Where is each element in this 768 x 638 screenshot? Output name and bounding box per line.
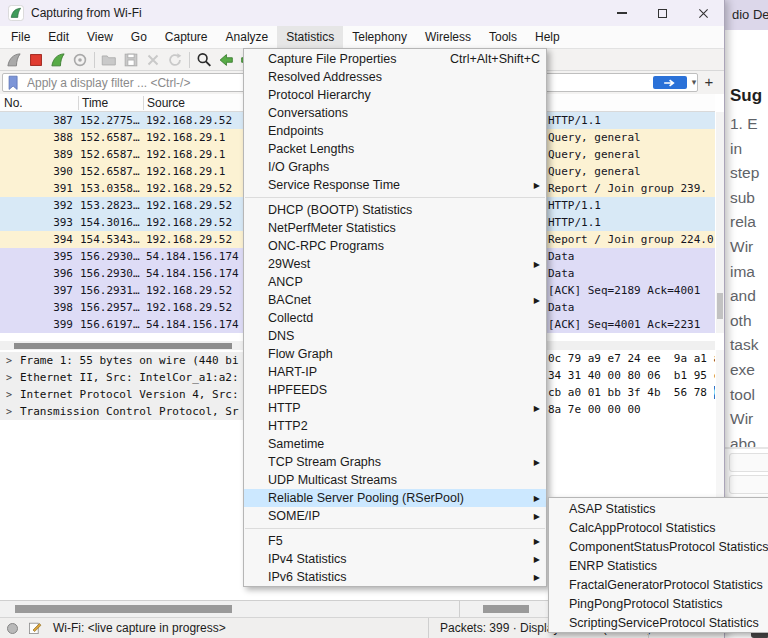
hex-selected-byte[interactable]: 0	[714, 386, 715, 399]
menu-item-ancp[interactable]: ANCP	[244, 273, 546, 291]
scrollbar-thumb[interactable]	[717, 293, 723, 319]
hex-bytes: 34 31 40 00 80 06 b1 95 c	[548, 369, 715, 382]
menubar-item-go[interactable]: Go	[122, 26, 156, 48]
menu-item-collectd[interactable]: Collectd	[244, 309, 546, 327]
packet-info: Report / Join group 239.	[548, 180, 707, 197]
column-header-time[interactable]: Time	[82, 94, 108, 112]
menubar-item-help[interactable]: Help	[526, 26, 569, 48]
hex-line[interactable]: 0c 79 a9 e7 24 ee 9a a1 a	[548, 350, 715, 367]
background-body-text: 1. EinstepsubrelaWirimaandothtaskexetool…	[730, 112, 759, 456]
menu-item-i-o-graphs[interactable]: I/O Graphs	[244, 158, 546, 176]
menu-item-protocol-hierarchy[interactable]: Protocol Hierarchy	[244, 86, 546, 104]
scrollbar-thumb[interactable]	[14, 343, 232, 349]
menubar-item-analyze[interactable]: Analyze	[217, 26, 278, 48]
hex-line[interactable]: 34 31 40 00 80 06 b1 95 c	[548, 367, 715, 384]
menubar-item-view[interactable]: View	[78, 26, 122, 48]
expander-icon[interactable]: >	[6, 386, 12, 403]
stop-capture-icon[interactable]	[25, 50, 47, 70]
restart-capture-icon[interactable]	[47, 50, 69, 70]
menu-separator	[245, 197, 545, 198]
menubar-item-telephony[interactable]: Telephony	[343, 26, 416, 48]
close-file-icon[interactable]	[142, 50, 164, 70]
close-icon[interactable]	[683, 0, 724, 26]
submenu-item-enrp-statistics[interactable]: ENRP Statistics	[549, 556, 768, 575]
expander-icon[interactable]: >	[6, 369, 12, 386]
menubar-item-edit[interactable]: Edit	[39, 26, 78, 48]
menu-item-service-response-time[interactable]: Service Response Time▶	[244, 176, 546, 194]
capture-options-icon[interactable]	[69, 50, 91, 70]
menu-item-http2[interactable]: HTTP2	[244, 417, 546, 435]
hex-hscroll-thumb[interactable]	[483, 605, 529, 613]
background-list-row	[729, 475, 768, 494]
menu-item-bacnet[interactable]: BACnet▶	[244, 291, 546, 309]
find-packet-icon[interactable]	[193, 50, 215, 70]
menu-item-dns[interactable]: DNS	[244, 327, 546, 345]
submenu-item-asap-statistics[interactable]: ASAP Statistics	[549, 499, 768, 518]
maximize-icon[interactable]	[642, 0, 683, 26]
menubar-item-tools[interactable]: Tools	[480, 26, 526, 48]
titlebar: Capturing from Wi-Fi	[0, 0, 724, 26]
detail-text: Frame 1: 55 bytes on wire (440 bi	[20, 352, 239, 369]
column-header-source[interactable]: Source	[147, 94, 185, 112]
column-divider[interactable]	[78, 96, 79, 110]
menubar-item-wireless[interactable]: Wireless	[416, 26, 480, 48]
reload-icon[interactable]	[164, 50, 186, 70]
menu-item-ipv4-statistics[interactable]: IPv4 Statistics▶	[244, 550, 546, 568]
go-back-icon[interactable]	[215, 50, 237, 70]
menu-item-udp-multicast-streams[interactable]: UDP Multicast Streams	[244, 471, 546, 489]
menu-item-reliable-server-pooling-rserpool[interactable]: Reliable Server Pooling (RSerPool)▶	[244, 489, 546, 507]
menu-item-hart-ip[interactable]: HART-IP	[244, 363, 546, 381]
menu-item-flow-graph[interactable]: Flow Graph	[244, 345, 546, 363]
menu-item-label: Capture File Properties	[268, 52, 438, 66]
menubar-item-statistics[interactable]: Statistics	[277, 26, 343, 48]
menu-item-packet-lengths[interactable]: Packet Lengths	[244, 140, 546, 158]
menu-item-tcp-stream-graphs[interactable]: TCP Stream Graphs▶	[244, 453, 546, 471]
window-controls	[601, 0, 724, 26]
hex-line[interactable]: 8a 7e 00 00 00	[548, 401, 715, 418]
packet-info: HTTP/1.1	[548, 214, 601, 231]
open-file-icon[interactable]	[98, 50, 120, 70]
submenu-item-componentstatusprotocol-statistics[interactable]: ComponentStatusProtocol Statistics	[549, 537, 768, 556]
column-header-no[interactable]: No.	[4, 94, 23, 112]
capture-status-icon[interactable]	[7, 623, 18, 634]
menu-item-conversations[interactable]: Conversations	[244, 104, 546, 122]
menubar-item-capture[interactable]: Capture	[156, 26, 217, 48]
menu-item-endpoints[interactable]: Endpoints	[244, 122, 546, 140]
expander-icon[interactable]: >	[6, 352, 12, 369]
bookmark-icon[interactable]	[7, 75, 20, 95]
menu-item-ipv6-statistics[interactable]: IPv6 Statistics▶	[244, 568, 546, 586]
menu-item-f5[interactable]: F5▶	[244, 532, 546, 550]
add-filter-button[interactable]: +	[701, 74, 717, 91]
menu-item-resolved-addresses[interactable]: Resolved Addresses	[244, 68, 546, 86]
menu-item-capture-file-properties[interactable]: Capture File PropertiesCtrl+Alt+Shift+C	[244, 50, 546, 68]
menu-item-29west[interactable]: 29West▶	[244, 255, 546, 273]
menu-item-http[interactable]: HTTP▶	[244, 399, 546, 417]
menu-item-dhcp-bootp-statistics[interactable]: DHCP (BOOTP) Statistics	[244, 201, 546, 219]
column-divider[interactable]	[143, 96, 144, 110]
submenu-item-fractalgeneratorprotocol-statistics[interactable]: FractalGeneratorProtocol Statistics	[549, 575, 768, 594]
submenu-item-calcappprotocol-statistics[interactable]: CalcAppProtocol Statistics	[549, 518, 768, 537]
menu-item-sametime[interactable]: Sametime	[244, 435, 546, 453]
filter-dropdown-icon[interactable]: ▾	[689, 74, 699, 91]
menu-item-netperfmeter-statistics[interactable]: NetPerfMeter Statistics	[244, 219, 546, 237]
menu-item-some-ip[interactable]: SOME/IP▶	[244, 507, 546, 525]
apply-filter-button[interactable]	[653, 76, 687, 89]
details-hscroll-thumb[interactable]	[15, 605, 232, 613]
capture-comment-icon[interactable]	[27, 620, 43, 638]
start-capture-icon[interactable]	[3, 50, 25, 70]
packet-no: 394	[0, 231, 73, 248]
menu-item-onc-rpc-programs[interactable]: ONC-RPC Programs	[244, 237, 546, 255]
expander-icon[interactable]: >	[6, 403, 12, 420]
packet-info: Query, general	[548, 146, 641, 163]
menubar-item-file[interactable]: File	[2, 26, 39, 48]
menu-item-label: ONC-RPC Programs	[268, 239, 540, 253]
menu-item-hpfeeds[interactable]: HPFEEDS	[244, 381, 546, 399]
minimize-icon[interactable]	[601, 0, 642, 26]
packet-source: 192.168.29.1	[146, 146, 225, 163]
save-file-icon[interactable]	[120, 50, 142, 70]
packet-list-vscrollbar[interactable]	[716, 112, 724, 333]
submenu-item-pingpongprotocol-statistics[interactable]: PingPongProtocol Statistics	[549, 594, 768, 613]
menu-item-shortcut: Ctrl+Alt+Shift+C	[450, 52, 540, 66]
hex-line[interactable]: cb a0 01 bb 3f 4b 56 78 0	[548, 384, 715, 401]
submenu-item-scriptingserviceprotocol-statistics[interactable]: ScriptingServiceProtocol Statistics	[549, 613, 768, 632]
